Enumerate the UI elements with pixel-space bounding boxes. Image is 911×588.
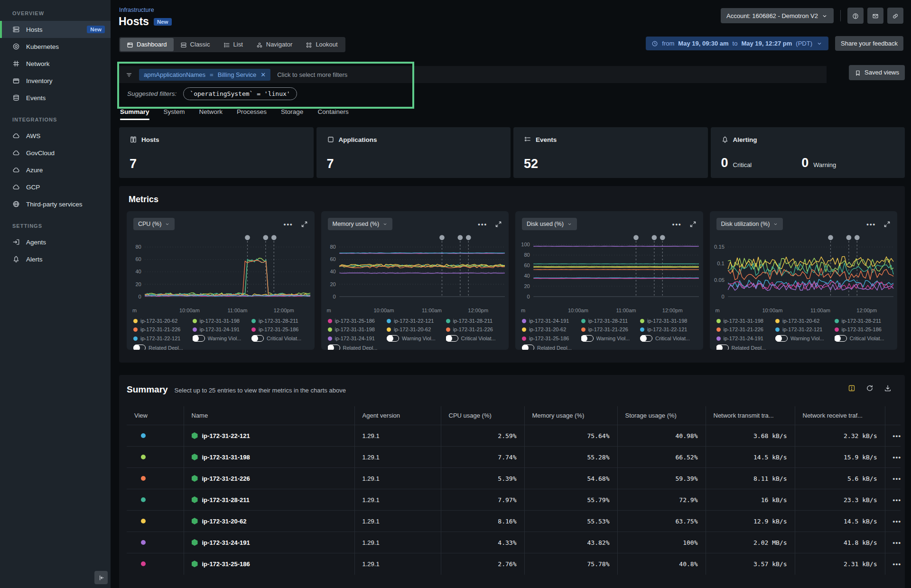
legend-item[interactable]: ip-172-31-22-121 xyxy=(387,318,443,324)
table-row[interactable]: ip-172-31-25-1861.29.12.76%75.78%40.8%3.… xyxy=(127,553,901,575)
view-cell[interactable] xyxy=(127,468,184,489)
name-cell[interactable]: ip-172-31-31-198 xyxy=(184,447,354,468)
legend-item[interactable]: ip-172-31-24-191 xyxy=(716,335,773,342)
tab-summary[interactable]: Summary xyxy=(120,108,149,120)
legend-item[interactable]: ip-172-31-22-121 xyxy=(775,327,832,332)
row-actions-button[interactable]: ••• xyxy=(885,447,901,468)
row-actions-button[interactable]: ••• xyxy=(885,468,901,489)
legend-toggle-related-depl-[interactable]: Related Depl... xyxy=(716,345,773,350)
toggle-switch[interactable] xyxy=(581,335,594,342)
legend-item[interactable]: ip-172-31-25-186 xyxy=(328,318,384,324)
legend-toggle-related-depl-[interactable]: Related Depl... xyxy=(522,345,578,350)
host-name[interactable]: ip-172-31-25-186 xyxy=(202,560,250,568)
name-cell[interactable]: ip-172-31-24-191 xyxy=(184,532,354,553)
account-selector[interactable]: Account: 1606862 - Demotron V2 xyxy=(721,8,834,23)
legend-item[interactable]: ip-172-31-21-226 xyxy=(446,327,502,332)
chart-expand-icon[interactable] xyxy=(301,221,308,228)
time-range-picker[interactable]: from May 19, 09:30 am to May 19, 12:27 p… xyxy=(646,37,828,51)
warning-icon[interactable] xyxy=(846,383,857,394)
legend-toggle-critical-violat-[interactable]: Critical Violat... xyxy=(446,335,502,342)
legend-toggle-warning-viol-[interactable]: Warning Viol... xyxy=(387,335,443,342)
legend-item[interactable]: ip-172-31-22-121 xyxy=(133,335,190,342)
host-name[interactable]: ip-172-31-31-198 xyxy=(202,454,250,461)
tab-processes[interactable]: Processes xyxy=(237,108,267,120)
toggle-switch[interactable] xyxy=(835,335,847,342)
summary-card-events[interactable]: Events52 xyxy=(513,127,708,178)
view-cell[interactable] xyxy=(127,425,184,447)
legend-item[interactable]: ip-172-31-28-211 xyxy=(581,318,638,324)
name-cell[interactable]: ip-172-31-25-186 xyxy=(184,553,354,575)
toggle-switch[interactable] xyxy=(716,345,729,350)
legend-item[interactable]: ip-172-31-21-226 xyxy=(133,327,190,332)
summary-card-hosts[interactable]: Hosts7 xyxy=(119,127,314,178)
legend-item[interactable]: ip-172-31-28-211 xyxy=(251,318,308,324)
view-cell[interactable] xyxy=(127,511,184,532)
legend-item[interactable]: ip-172-31-31-198 xyxy=(640,318,697,324)
legend-item[interactable]: ip-172-31-25-186 xyxy=(835,327,891,332)
toggle-switch[interactable] xyxy=(133,345,146,350)
saved-views-button[interactable]: Saved views xyxy=(849,65,905,80)
legend-item[interactable]: ip-172-31-28-211 xyxy=(835,318,891,324)
table-row[interactable]: ip-172-31-31-1981.29.17.74%55.28%66.52%1… xyxy=(127,447,901,468)
row-actions-button[interactable]: ••• xyxy=(885,532,901,553)
toggle-switch[interactable] xyxy=(446,335,458,342)
view-cell[interactable] xyxy=(127,447,184,468)
legend-item[interactable]: ip-172-31-20-62 xyxy=(133,318,190,324)
sidebar-item-govcloud[interactable]: GovCloud xyxy=(0,144,111,161)
filter-bar[interactable]: apmApplicationNames = Billing Service ✕ … xyxy=(119,66,827,83)
share-link-button[interactable] xyxy=(887,8,903,24)
help-button[interactable] xyxy=(847,8,864,24)
chart-metric-select[interactable]: Memory used (%) xyxy=(328,218,393,230)
feedback-button[interactable]: Share your feedback xyxy=(835,36,903,51)
table-row[interactable]: ip-172-31-28-2111.29.17.97%55.79%72.9%16… xyxy=(127,489,901,511)
column-header-network-receive-traf-[interactable]: Network receive traf... xyxy=(795,406,885,425)
column-header-cpu-usage-[interactable]: CPU usage (%) xyxy=(441,406,524,425)
legend-toggle-warning-viol-[interactable]: Warning Viol... xyxy=(193,335,249,342)
legend-item[interactable]: ip-172-31-22-121 xyxy=(640,327,697,332)
breadcrumb[interactable]: Infrastructure xyxy=(119,7,154,13)
sidebar-item-gcp[interactable]: GCP xyxy=(0,178,111,196)
name-cell[interactable]: ip-172-31-20-62 xyxy=(184,511,354,532)
sidebar-item-events[interactable]: Events xyxy=(0,89,111,106)
column-header-agent-version[interactable]: Agent version xyxy=(354,406,441,425)
sidebar-item-kubernetes[interactable]: Kubernetes xyxy=(0,38,111,55)
name-cell[interactable]: ip-172-31-28-211 xyxy=(184,489,354,511)
sidebar-item-agents[interactable]: Agents xyxy=(0,233,111,251)
summary-card-alerting[interactable]: Alerting0Critical0Warning xyxy=(711,127,905,178)
messages-button[interactable] xyxy=(867,8,883,24)
chart-options-button[interactable]: ••• xyxy=(672,221,682,228)
view-tab-list[interactable]: List xyxy=(217,38,250,51)
tab-containers[interactable]: Containers xyxy=(317,108,348,120)
column-header-memory-usage-[interactable]: Memory usage (%) xyxy=(524,406,617,425)
legend-item[interactable]: ip-172-31-31-198 xyxy=(328,327,384,332)
chart-expand-icon[interactable] xyxy=(495,221,502,228)
chart-metric-select[interactable]: Disk used (%) xyxy=(522,218,577,230)
name-cell[interactable]: ip-172-31-21-226 xyxy=(184,468,354,489)
host-name[interactable]: ip-172-31-21-226 xyxy=(202,475,250,482)
view-cell[interactable] xyxy=(127,489,184,511)
sidebar-item-third-party-services[interactable]: Third-party services xyxy=(0,196,111,213)
filter-chip[interactable]: apmApplicationNames = Billing Service ✕ xyxy=(139,69,270,81)
filter-placeholder[interactable]: Click to select more filters xyxy=(277,71,347,78)
legend-item[interactable]: ip-172-31-24-191 xyxy=(522,318,578,324)
table-row[interactable]: ip-172-31-24-1911.29.14.33%43.82%100%2.0… xyxy=(127,532,901,553)
toggle-switch[interactable] xyxy=(522,345,534,350)
chart-expand-icon[interactable] xyxy=(689,221,697,228)
legend-item[interactable]: ip-172-31-24-191 xyxy=(193,327,249,332)
sidebar-item-inventory[interactable]: Inventory xyxy=(0,72,111,89)
legend-toggle-warning-viol-[interactable]: Warning Viol... xyxy=(581,335,638,342)
filter-chip-remove-icon[interactable]: ✕ xyxy=(260,71,266,78)
toggle-switch[interactable] xyxy=(328,345,340,350)
row-actions-button[interactable]: ••• xyxy=(885,511,901,532)
legend-item[interactable]: ip-172-31-21-226 xyxy=(716,327,773,332)
table-row[interactable]: ip-172-31-21-2261.29.15.39%54.68%59.39%8… xyxy=(127,468,901,489)
chart-metric-select[interactable]: CPU (%) xyxy=(133,218,175,230)
sidebar-item-network[interactable]: Network xyxy=(0,55,111,72)
sidebar-item-azure[interactable]: Azure xyxy=(0,161,111,178)
legend-item[interactable]: ip-172-31-20-62 xyxy=(522,327,578,332)
view-tab-navigator[interactable]: Navigator xyxy=(250,38,299,51)
summary-card-applications[interactable]: Applications7 xyxy=(316,127,511,178)
column-header-name[interactable]: Name xyxy=(184,406,354,425)
legend-item[interactable]: ip-172-31-28-211 xyxy=(446,318,502,324)
legend-toggle-related-depl-[interactable]: Related Depl... xyxy=(328,345,384,350)
